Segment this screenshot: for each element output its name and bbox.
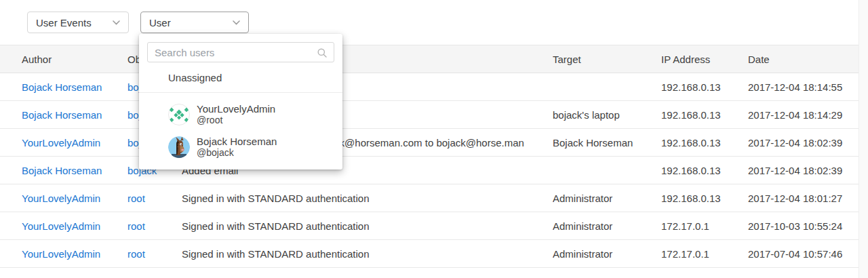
search-users-field <box>147 42 334 62</box>
table-row: YourLovelyAdmin root Signed in with STAN… <box>0 212 859 240</box>
author-link[interactable]: YourLovelyAdmin <box>22 248 100 260</box>
date-cell: 2017-07-04 10:57:46 <box>748 240 859 268</box>
ip-address-cell: 172.17.0.1 <box>661 240 748 268</box>
unassigned-label: Unassigned <box>168 72 222 83</box>
author-link[interactable]: Bojack Horseman <box>22 109 102 121</box>
dropdown-item-user-bojack[interactable]: Bojack Horseman @bojack <box>139 131 342 163</box>
ip-address-cell: 172.17.0.1 <box>661 212 748 240</box>
table-row: YourLovelyAdmin bojack Changed email add… <box>0 129 859 157</box>
dropdown-item-user-root[interactable]: YourLovelyAdmin @root <box>139 98 342 131</box>
date-cell: 2017-12-04 18:14:55 <box>748 73 859 101</box>
target-cell: bojack's laptop <box>553 101 661 129</box>
table-header-row: Author Object Action Target IP Address D… <box>0 45 859 73</box>
green-identicon-avatar <box>168 104 190 125</box>
search-icon <box>317 47 328 60</box>
object-link[interactable]: root <box>127 220 145 232</box>
date-cell: 2017-12-04 18:14:29 <box>748 101 859 129</box>
dropdown-user-list: YourLovelyAdmin @root <box>139 93 342 163</box>
chevron-down-icon <box>233 20 240 25</box>
table-row: Bojack Horseman bojack 192.168.0.13 2017… <box>0 73 859 101</box>
action-cell: Signed in with STANDARD authentication <box>182 212 553 240</box>
ip-address-cell: 192.168.0.13 <box>661 73 748 101</box>
author-link[interactable]: YourLovelyAdmin <box>22 220 100 232</box>
target-cell: Administrator <box>553 240 661 268</box>
author-link[interactable]: YourLovelyAdmin <box>22 137 100 148</box>
date-cell: 2017-12-04 18:02:39 <box>748 129 859 157</box>
scrollbar-gutter <box>859 0 868 278</box>
user-handle: @root <box>197 115 275 125</box>
column-header-target: Target <box>553 45 661 73</box>
author-link[interactable]: Bojack Horseman <box>22 165 102 176</box>
target-cell: Administrator <box>553 212 661 240</box>
action-cell: Signed in with STANDARD authentication <box>182 184 553 212</box>
user-name: Bojack Horseman <box>197 136 277 147</box>
ip-address-cell: 192.168.0.13 <box>661 101 748 129</box>
search-users-input[interactable] <box>148 43 334 62</box>
column-header-date: Date <box>748 45 859 73</box>
event-type-select-value: User Events <box>36 17 92 28</box>
action-cell: Signed in with STANDARD authentication <box>182 240 553 268</box>
user-name: YourLovelyAdmin <box>197 104 275 115</box>
author-link[interactable]: YourLovelyAdmin <box>22 193 100 204</box>
user-filter-select-value: User <box>149 17 171 28</box>
user-filter-dropdown: Unassigned <box>139 34 342 170</box>
column-header-author: Author <box>0 45 127 73</box>
dropdown-item-unassigned[interactable]: Unassigned <box>139 62 342 92</box>
table-row: YourLovelyAdmin root Signed in with STAN… <box>0 240 859 268</box>
target-cell: Administrator <box>553 184 661 212</box>
date-cell: 2017-12-04 18:01:27 <box>748 184 859 212</box>
table-row: YourLovelyAdmin root Signed in with STAN… <box>0 184 859 212</box>
target-cell <box>553 157 661 184</box>
bojack-horse-avatar <box>168 136 190 158</box>
ip-address-cell: 192.168.0.13 <box>661 184 748 212</box>
toolbar: User Events User <box>0 0 868 45</box>
table-row: Bojack Horseman bojack Added email 192.1… <box>0 157 859 184</box>
event-type-select[interactable]: User Events <box>27 12 129 33</box>
author-link[interactable]: Bojack Horseman <box>22 81 102 93</box>
date-cell: 2017-12-04 18:02:39 <box>748 157 859 184</box>
user-events-table: Author Object Action Target IP Address D… <box>0 45 859 268</box>
ip-address-cell: 192.168.0.13 <box>661 157 748 184</box>
target-cell <box>553 73 661 101</box>
table-row: Bojack Horseman bojack bojack's laptop 1… <box>0 101 859 129</box>
user-filter-select[interactable]: User <box>140 12 249 33</box>
ip-address-cell: 192.168.0.13 <box>661 129 748 157</box>
column-header-ip-address: IP Address <box>661 45 748 73</box>
object-link[interactable]: root <box>127 193 145 204</box>
chevron-down-icon <box>113 20 120 25</box>
date-cell: 2017-10-03 10:55:24 <box>748 212 859 240</box>
target-cell: Bojack Horseman <box>553 129 661 157</box>
object-link[interactable]: root <box>127 248 145 260</box>
user-handle: @bojack <box>197 147 277 158</box>
